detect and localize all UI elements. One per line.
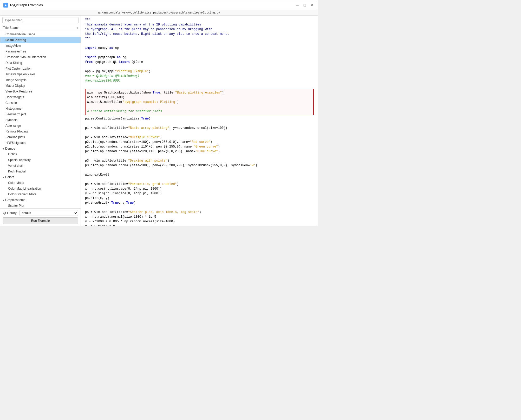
code-p2-plot3: p2.plot(np.random.normal(size=120)+10, p… bbox=[85, 149, 314, 154]
sidebar-item-cmdline[interactable]: Command-line usage bbox=[0, 31, 81, 37]
code-blank-7 bbox=[85, 130, 314, 135]
main-content: Title Search ▾ Command-line usage Basic … bbox=[0, 16, 318, 226]
sidebar-item-optics[interactable]: Optics bbox=[0, 151, 81, 157]
code-comment-mw: #mw = QtWidgets.QMainWindow() bbox=[85, 74, 314, 78]
sidebar-item-symbols[interactable]: Symbols bbox=[0, 117, 81, 123]
code-p5: p5 = win.addPlot(title="Scatter plot, ax… bbox=[85, 210, 314, 215]
code-line-4: """ bbox=[85, 36, 314, 41]
sidebar-item-dock[interactable]: Dock widgets bbox=[0, 94, 81, 100]
code-blank-9 bbox=[85, 168, 314, 172]
sidebar-item-timestamps[interactable]: Timestamps on x axis bbox=[0, 71, 81, 77]
code-antialias: pg.setConfigOptions(antialias=True) bbox=[85, 116, 314, 121]
code-y1: y = np.sin(np.linspace(0, 4*np.pi, 1000)… bbox=[85, 191, 314, 196]
sidebar-item-matrix[interactable]: Matrix Display bbox=[0, 83, 81, 89]
qt-lib-select[interactable]: default bbox=[19, 210, 78, 216]
sidebar-item-crosshair[interactable]: Crosshair / Mouse interaction bbox=[0, 54, 81, 60]
sidebar-item-beeswarm[interactable]: Beeswarm plot bbox=[0, 111, 81, 117]
filter-input[interactable] bbox=[2, 17, 79, 23]
demos-label: Demos bbox=[5, 147, 15, 150]
dropdown-arrow-icon: ▾ bbox=[77, 26, 78, 29]
code-comment-antialias: # Enable antialiasing for prettier plots bbox=[87, 109, 312, 114]
sidebar-item-colormaps[interactable]: Color Maps bbox=[0, 180, 81, 186]
code-p3: p3 = win.addPlot(title="Drawing with poi… bbox=[85, 158, 314, 163]
demos-arrow-icon: ▾ bbox=[3, 147, 4, 150]
sidebar-item-viewbox[interactable]: ViewBox Features bbox=[0, 89, 81, 94]
code-area[interactable]: """ This example demonstrates many of th… bbox=[81, 16, 318, 226]
maximize-button[interactable]: □ bbox=[302, 2, 308, 8]
code-x2: x = np.random.normal(size=1000) * 1e-5 bbox=[85, 215, 314, 219]
sidebar-item-scatter[interactable]: Scatter Plot bbox=[0, 203, 81, 208]
qt-lib-row: Qt Library: default bbox=[3, 210, 78, 216]
code-line-3: the left/right mouse buttons. Right clic… bbox=[85, 32, 314, 36]
code-win: win = pg.GraphicsLayoutWidget(show=True,… bbox=[87, 90, 312, 95]
sidebar-item-parametertree[interactable]: ParameterTree bbox=[0, 49, 81, 54]
sidebar-item-special-relativity[interactable]: Special relativity bbox=[0, 157, 81, 163]
sidebar-item-scrolling[interactable]: Scrolling plots bbox=[0, 134, 81, 140]
code-p2-plot1: p2.plot(np.random.normal(size=100), pen=… bbox=[85, 140, 314, 144]
sidebar-item-plotcustomization[interactable]: Plot Customization bbox=[0, 66, 81, 71]
code-blank-6 bbox=[85, 121, 314, 126]
code-x1: x = np.cos(np.linspace(0, 2*np.pi, 1000)… bbox=[85, 186, 314, 191]
graphics-label: GraphicsItems bbox=[5, 198, 25, 202]
code-blank-8 bbox=[85, 154, 314, 158]
code-line-1: This example demonstrates many of the 2D… bbox=[85, 22, 314, 27]
code-p4: p4 = win.addPlot(title="Parametric, grid… bbox=[85, 182, 314, 186]
sidebar: Title Search ▾ Command-line usage Basic … bbox=[0, 16, 81, 226]
code-p2: p2 = win.addPlot(title="Multiple curves"… bbox=[85, 135, 314, 140]
sidebar-item-koch[interactable]: Koch Fractal bbox=[0, 169, 81, 174]
title-search-dropdown[interactable]: Title Search ▾ bbox=[0, 25, 81, 31]
code-comment-resize: #mw.resize(800,800) bbox=[85, 78, 314, 83]
app-icon: ▶ bbox=[3, 3, 8, 8]
sidebar-item-colormap-lin[interactable]: Color Map Linearization bbox=[0, 186, 81, 191]
code-p4-grid: p4.showGrid(x=True, y=True) bbox=[85, 201, 314, 205]
main-window: ▶ PyQtGraph Examples ─ □ ✕ E:\anaconda\e… bbox=[0, 0, 318, 226]
code-blank-1 bbox=[85, 41, 314, 46]
sidebar-item-remote[interactable]: Remote Plotting bbox=[0, 129, 81, 134]
sidebar-item-colorgradient[interactable]: Color Gradient Plots bbox=[0, 191, 81, 197]
code-y2-min: y -= y.min()-1.0 bbox=[85, 224, 314, 226]
code-import-numpy: import numpy as np bbox=[85, 46, 314, 50]
sidebar-group-demos[interactable]: ▾ Demos bbox=[0, 146, 81, 151]
code-blank-11 bbox=[85, 205, 314, 210]
code-win-title: win.setWindowTitle('pyqtgraph example: P… bbox=[87, 100, 312, 104]
code-line-2: in pyqtgraph. All of the plots may be pa… bbox=[85, 27, 314, 32]
code-blank-4 bbox=[85, 83, 314, 88]
file-path: E:\anaconda\envs\PyQt5\lib\site-packages… bbox=[0, 10, 318, 16]
sidebar-item-verlet[interactable]: Verlet chain bbox=[0, 163, 81, 169]
window-controls: ─ □ ✕ bbox=[295, 2, 315, 8]
colors-arrow-icon: ▾ bbox=[3, 176, 4, 179]
window-title: PyQtGraph Examples bbox=[10, 3, 43, 7]
sidebar-item-imageanalysis[interactable]: Image Analysis bbox=[0, 77, 81, 83]
highlighted-code-block: win = pg.GraphicsLayoutWidget(show=True,… bbox=[85, 89, 314, 115]
code-p2-plot2: p2.plot(np.random.normal(size=110)+5, pe… bbox=[85, 144, 314, 149]
sidebar-list: Command-line usage Basic Plotting ImageV… bbox=[0, 31, 81, 208]
sidebar-group-graphics[interactable]: ▾ GraphicsItems bbox=[0, 197, 81, 203]
code-blank-3 bbox=[85, 64, 314, 69]
sidebar-group-colors[interactable]: ▾ Colors bbox=[0, 174, 81, 180]
sidebar-item-hdf5[interactable]: HDF5 big data bbox=[0, 140, 81, 146]
sidebar-item-console[interactable]: Console bbox=[0, 100, 81, 106]
sidebar-item-imageview[interactable]: ImageView bbox=[0, 43, 81, 49]
run-example-button[interactable]: Run Example bbox=[3, 217, 78, 224]
graphics-arrow-icon: ▾ bbox=[3, 199, 4, 202]
sidebar-item-basic-plotting[interactable]: Basic Plotting bbox=[0, 37, 81, 43]
title-bar-left: ▶ PyQtGraph Examples bbox=[3, 3, 43, 8]
minimize-button[interactable]: ─ bbox=[295, 2, 300, 8]
code-blank-2 bbox=[85, 50, 314, 55]
sidebar-item-histograms[interactable]: Histograms bbox=[0, 106, 81, 111]
colors-label: Colors bbox=[5, 175, 14, 179]
code-app: app = pg.mkQApp("Plotting Example") bbox=[85, 69, 314, 74]
code-nextrow: win.nextRow() bbox=[85, 172, 314, 177]
code-p4-plot: p4.plot(x, y) bbox=[85, 196, 314, 201]
code-y2: y = x*1000 + 0.005 * np.random.normal(si… bbox=[85, 219, 314, 224]
title-bar: ▶ PyQtGraph Examples ─ □ ✕ bbox=[0, 0, 318, 10]
sidebar-item-dataslicing[interactable]: Data Slicing bbox=[0, 60, 81, 66]
code-p3-plot: p3.plot(np.random.normal(size=100), pen=… bbox=[85, 163, 314, 168]
qt-lib-label: Qt Library: bbox=[3, 211, 17, 215]
code-from-import: from pyqtgraph.Qt import QtCore bbox=[85, 60, 314, 64]
close-button[interactable]: ✕ bbox=[309, 2, 315, 8]
sidebar-item-autorange[interactable]: Auto-range bbox=[0, 123, 81, 129]
code-win-resize: win.resize(1000,600) bbox=[87, 95, 312, 100]
dropdown-label: Title Search bbox=[3, 26, 19, 30]
code-docstring: """ bbox=[85, 18, 314, 22]
